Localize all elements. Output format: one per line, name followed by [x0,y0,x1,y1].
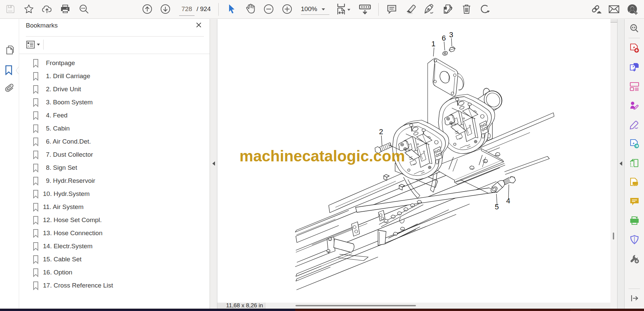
svg-text:5: 5 [495,203,499,211]
svg-text:4: 4 [506,197,510,205]
svg-text:6: 6 [442,34,446,42]
svg-text:machinecatalogic.com: machinecatalogic.com [239,147,405,165]
svg-text:2: 2 [379,127,383,136]
svg-text:1: 1 [431,40,435,48]
svg-text:3: 3 [449,31,453,39]
